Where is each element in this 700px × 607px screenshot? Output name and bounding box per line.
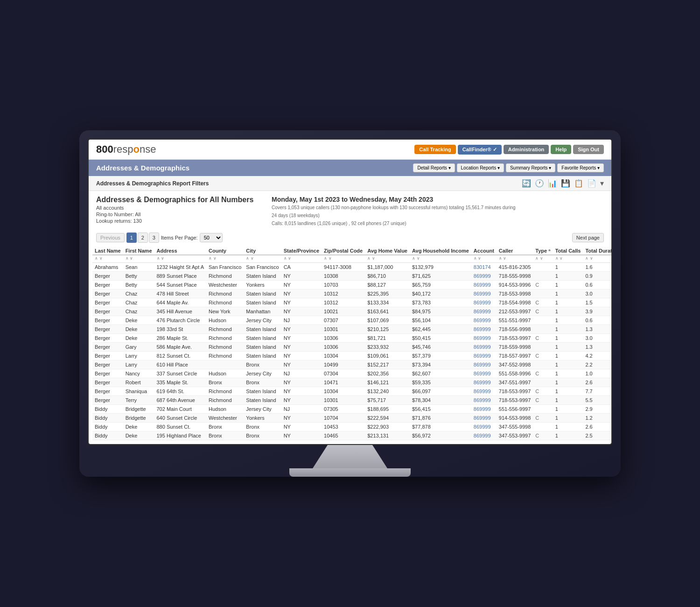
sort-avg-household-income[interactable]: ∧ ∨: [410, 255, 471, 263]
sort-address[interactable]: ∧ ∨: [154, 255, 207, 263]
table-icon[interactable]: 📋: [574, 179, 583, 188]
table-cell: $88,127: [365, 281, 410, 289]
table-cell: $225,395: [365, 289, 410, 298]
report-sub-lookup: Lookup returns: 130: [96, 218, 262, 224]
col-first-name[interactable]: First Name: [123, 246, 154, 255]
summary-reports-button[interactable]: Summary Reports ▾: [506, 163, 555, 172]
table-row: BergerDeke286 Maple St.RichmondStaten Is…: [92, 334, 611, 343]
table-cell: 2.5: [583, 431, 611, 440]
table-cell: Bronx: [244, 360, 281, 369]
table-cell: 212-553-9997: [497, 307, 533, 316]
report-buttons: Detail Reports ▾ Location Reports ▾ Summ…: [413, 163, 604, 172]
table-cell: [533, 405, 553, 414]
page-3[interactable]: 3: [149, 233, 159, 243]
table-cell: $132,240: [365, 387, 410, 396]
sort-account[interactable]: ∧ ∨: [471, 255, 497, 263]
sort-total-duration[interactable]: ∧ ∨: [583, 255, 611, 263]
col-county[interactable]: County: [206, 246, 244, 255]
table-cell: 10306: [322, 334, 365, 343]
table-cell: Bronx: [244, 378, 281, 387]
col-total-duration[interactable]: Total Duration: [583, 246, 611, 255]
table-row: BergerBetty544 Sunset PlaceWestchesterYo…: [92, 281, 611, 289]
location-reports-button[interactable]: Location Reports ▾: [457, 163, 504, 172]
table-cell: 1: [553, 369, 583, 378]
table-cell: Jersey City: [244, 316, 281, 325]
previous-button[interactable]: Previous: [96, 233, 125, 242]
col-type[interactable]: Type ⁿ: [533, 246, 553, 255]
table-cell: NJ: [281, 369, 322, 378]
col-last-name[interactable]: Last Name: [92, 246, 123, 255]
table-cell: 1: [553, 325, 583, 334]
table-cell: Richmond: [206, 396, 244, 405]
page-2[interactable]: 2: [138, 233, 148, 243]
table-cell: Deke: [123, 316, 154, 325]
table-cell: NY: [281, 431, 322, 440]
excel-icon[interactable]: 📊: [548, 179, 557, 188]
sort-avg-home-value[interactable]: ∧ ∨: [365, 255, 410, 263]
table-cell: 1: [553, 396, 583, 405]
table-cell: 07304: [322, 369, 365, 378]
favorite-reports-button[interactable]: Favorite Reports ▾: [557, 163, 604, 172]
sort-city[interactable]: ∧ ∨: [244, 255, 281, 263]
table-cell: NY: [281, 334, 322, 343]
table-row: BergerTerry687 64th AvenueRichmondStaten…: [92, 396, 611, 405]
top-navigation: 800response Call Tracking CallFinder® ✓ …: [89, 140, 611, 160]
col-total-calls[interactable]: Total Calls: [553, 246, 583, 255]
items-per-page-select[interactable]: 50 100: [200, 233, 223, 242]
sort-total-calls[interactable]: ∧ ∨: [553, 255, 583, 263]
sort-last-name[interactable]: ∧ ∨: [92, 255, 123, 263]
sort-state[interactable]: ∧ ∨: [281, 255, 322, 263]
table-cell: Berger: [92, 360, 123, 369]
table-cell: $86,710: [365, 272, 410, 281]
col-account[interactable]: Account: [471, 246, 497, 255]
sort-zip[interactable]: ∧ ∨: [322, 255, 365, 263]
detail-reports-button[interactable]: Detail Reports ▾: [413, 163, 455, 172]
table-cell: Yonkers: [244, 281, 281, 289]
next-page-button[interactable]: Next page: [572, 233, 604, 242]
table-cell: C: [533, 307, 553, 316]
col-address[interactable]: Address: [154, 246, 207, 255]
refresh-icon[interactable]: 🔄: [522, 179, 531, 188]
table-cell: [533, 360, 553, 369]
sort-first-name[interactable]: ∧ ∨: [123, 255, 154, 263]
table-cell: 1: [553, 263, 583, 272]
pdf-icon[interactable]: 📄: [587, 179, 596, 188]
col-city[interactable]: City: [244, 246, 281, 255]
table-cell: NY: [281, 272, 322, 281]
table-cell: 644 Maple Av.: [154, 298, 207, 307]
sort-caller[interactable]: ∧ ∨: [497, 255, 533, 263]
table-row: BiddyDeke880 Sunset Ct.BronxBronxNY10453…: [92, 423, 611, 431]
col-zip[interactable]: Zip/Postal Code: [322, 246, 365, 255]
clock-icon[interactable]: 🕐: [535, 179, 544, 188]
table-cell: Larry: [123, 352, 154, 360]
expand-icon[interactable]: ▾: [600, 179, 604, 188]
callfinder-button[interactable]: CallFinder® ✓: [458, 145, 502, 155]
table-cell: [533, 289, 553, 298]
table-cell: 914-553-9996: [497, 281, 533, 289]
data-table: Last Name First Name Address County City…: [92, 246, 611, 440]
sign-out-button[interactable]: Sign Out: [573, 145, 604, 154]
administration-button[interactable]: Administration: [504, 145, 549, 154]
sort-county[interactable]: ∧ ∨: [206, 255, 244, 263]
table-cell: Deke: [123, 423, 154, 431]
table-cell: 544 Sunset Place: [154, 281, 207, 289]
table-cell: 869999: [471, 334, 497, 343]
save-icon[interactable]: 💾: [561, 179, 570, 188]
table-cell: 10304: [322, 387, 365, 396]
col-avg-home-value[interactable]: Avg Home Value: [365, 246, 410, 255]
table-cell: 869999: [471, 307, 497, 316]
table-cell: 869999: [471, 405, 497, 414]
page-header: Addresses & Demographics Detail Reports …: [89, 160, 611, 176]
table-cell: Staten Island: [244, 334, 281, 343]
col-caller[interactable]: Caller: [497, 246, 533, 255]
call-tracking-button[interactable]: Call Tracking: [414, 145, 455, 154]
col-state[interactable]: State/Province: [281, 246, 322, 255]
table-cell: 869999: [471, 414, 497, 423]
table-cell: 10704: [322, 414, 365, 423]
page-1[interactable]: 1: [126, 233, 137, 243]
col-avg-household-income[interactable]: Avg Household Income: [410, 246, 471, 255]
help-button[interactable]: Help: [551, 145, 571, 154]
table-cell: Staten Island: [244, 325, 281, 334]
table-cell: 347-555-9998: [497, 423, 533, 431]
sort-type[interactable]: ∧ ∨: [533, 255, 553, 263]
